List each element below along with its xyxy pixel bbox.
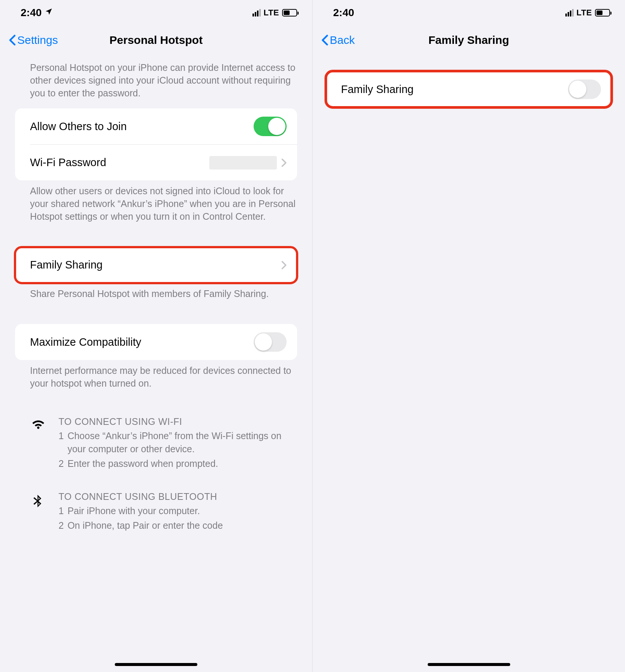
- maximize-toggle[interactable]: [254, 332, 287, 352]
- family-sharing-label: Family Sharing: [341, 83, 568, 96]
- group-family-sharing: Family Sharing: [326, 71, 611, 107]
- back-label: Settings: [17, 34, 58, 46]
- battery-icon: [595, 9, 610, 16]
- connect-bt-block: TO CONNECT USING BLUETOOTH 1Pair iPhone …: [0, 484, 312, 538]
- network-label: LTE: [577, 8, 592, 18]
- status-bar: 2:40 LTE: [312, 0, 625, 26]
- maximize-desc: Internet performance may be reduced for …: [0, 360, 312, 398]
- maximize-label: Maximize Compatibility: [30, 336, 254, 348]
- allow-desc: Allow other users or devices not signed …: [0, 180, 312, 230]
- row-allow-others[interactable]: Allow Others to Join: [15, 108, 297, 144]
- wifi-connect-heading: TO CONNECT USING WI-FI: [59, 416, 297, 427]
- chevron-left-icon: [9, 34, 16, 46]
- allow-others-toggle[interactable]: [254, 117, 287, 136]
- status-bar: 2:40 LTE: [0, 0, 312, 26]
- battery-icon: [282, 9, 297, 16]
- wifi-step-2: 2Enter the password when prompted.: [59, 457, 297, 470]
- bt-step-2: 2On iPhone, tap Pair or enter the code: [59, 519, 297, 532]
- family-sharing-label: Family Sharing: [30, 259, 281, 271]
- back-button[interactable]: Settings: [9, 34, 58, 46]
- wifi-password-value: [209, 156, 277, 170]
- back-label: Back: [330, 34, 355, 46]
- bt-step-1: 1Pair iPhone with your computer.: [59, 504, 297, 518]
- back-button[interactable]: Back: [322, 34, 355, 46]
- chevron-left-icon: [322, 34, 328, 46]
- group-maximize: Maximize Compatibility: [15, 324, 297, 360]
- intro-text: Personal Hotspot on your iPhone can prov…: [0, 58, 312, 108]
- signal-icon: [252, 9, 261, 16]
- family-desc: Share Personal Hotspot with members of F…: [0, 283, 312, 308]
- group-allow: Allow Others to Join Wi-Fi Password: [15, 108, 297, 180]
- nav-bar: Back Family Sharing: [312, 26, 625, 55]
- row-wifi-password[interactable]: Wi-Fi Password: [30, 144, 297, 180]
- home-indicator[interactable]: [428, 663, 510, 666]
- row-family-sharing-toggle[interactable]: Family Sharing: [326, 71, 611, 107]
- wifi-icon: [30, 416, 47, 472]
- wifi-password-label: Wi-Fi Password: [30, 156, 209, 169]
- bluetooth-icon: [30, 491, 47, 534]
- group-family-sharing: Family Sharing: [15, 247, 297, 283]
- home-indicator[interactable]: [115, 663, 197, 666]
- status-time: 2:40: [21, 7, 42, 19]
- signal-icon: [565, 9, 574, 16]
- nav-bar: Settings Personal Hotspot: [0, 26, 312, 55]
- status-time: 2:40: [333, 7, 354, 19]
- page-title: Personal Hotspot: [110, 34, 203, 46]
- connect-wifi-block: TO CONNECT USING WI-FI 1Choose “Ankur’s …: [0, 409, 312, 476]
- wifi-step-1: 1Choose “Ankur’s iPhone” from the Wi-Fi …: [59, 429, 297, 456]
- family-sharing-toggle[interactable]: [568, 80, 601, 99]
- chevron-right-icon: [281, 261, 287, 270]
- row-maximize[interactable]: Maximize Compatibility: [15, 324, 297, 360]
- network-label: LTE: [264, 8, 279, 18]
- allow-others-label: Allow Others to Join: [30, 120, 254, 133]
- row-family-sharing[interactable]: Family Sharing: [15, 247, 297, 283]
- page-title: Family Sharing: [428, 34, 509, 46]
- chevron-right-icon: [281, 158, 287, 167]
- bt-connect-heading: TO CONNECT USING BLUETOOTH: [59, 491, 297, 502]
- location-icon: [45, 8, 53, 18]
